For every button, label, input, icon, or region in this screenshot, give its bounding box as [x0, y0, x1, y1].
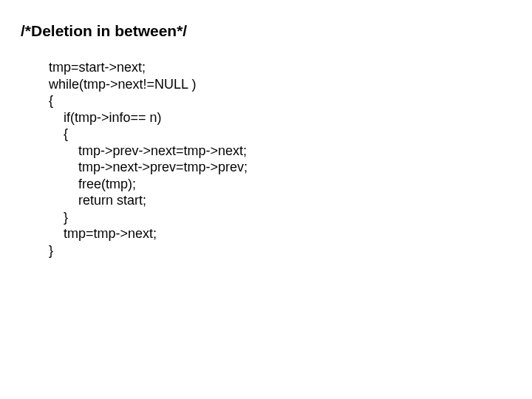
- slide: /*Deletion in between*/ tmp=start->next;…: [0, 0, 532, 399]
- code-snippet: tmp=start->next; while(tmp->next!=NULL )…: [49, 59, 511, 259]
- slide-title: /*Deletion in between*/: [21, 22, 511, 40]
